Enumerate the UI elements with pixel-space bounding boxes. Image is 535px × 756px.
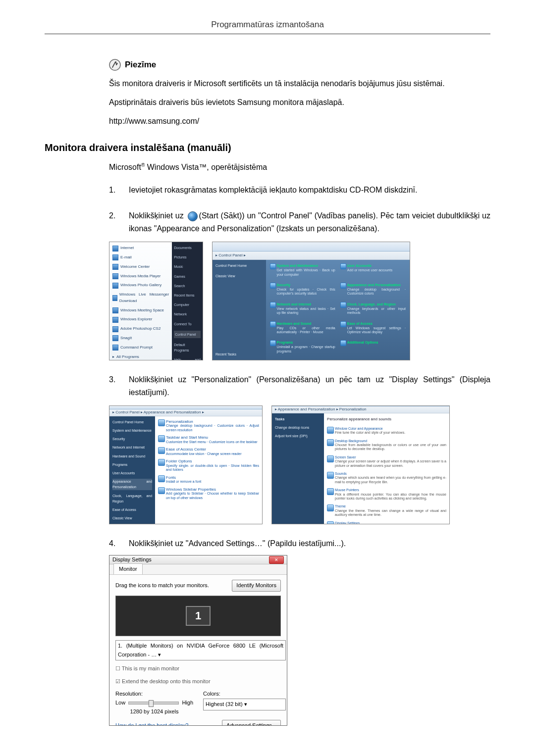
extend-desktop-checkbox[interactable]: ☑ Extend the desktop onto this monitor: [115, 677, 281, 686]
screenshot-control-panel: ▸ Control Panel ▸ Control Panel Home Cla…: [212, 242, 410, 360]
advanced-settings-button[interactable]: Advanced Settings...: [222, 720, 281, 726]
note-block: Piezīme Šis monitora draiveris ir Micros…: [109, 59, 485, 127]
main-monitor-checkbox[interactable]: ☐ This is my main monitor: [115, 664, 281, 673]
monitor-tab[interactable]: Monitor: [113, 563, 143, 575]
note-line-2: Apstiprinātais draiveris būs ievietots S…: [109, 97, 485, 108]
monitor-select[interactable]: 1. (Multiple Monitors) on NVIDIA GeForce…: [115, 640, 286, 660]
colors-select[interactable]: Highest (32 bit) ▾: [203, 699, 286, 710]
dialog-title: Display Settings: [112, 555, 152, 564]
os-line: Microsoft® Windows Vista™, operētājsistē…: [109, 162, 490, 172]
screenshot-start-menu: Internet E-mail Welcome Center Windows M…: [109, 242, 203, 360]
page-header: Programmatūras izmantošana: [45, 20, 490, 34]
note-url: http://www.samsung.com/: [109, 115, 485, 127]
resolution-slider[interactable]: [128, 702, 179, 705]
screenshot-personalization: ▸ Appearance and Personalization ▸ Perso…: [271, 405, 450, 524]
note-icon: [109, 59, 121, 71]
screenshot-appearance: ▸ Control Panel ▸ Appearance and Persona…: [109, 405, 263, 524]
note-line-1: Šis monitora draiveris ir Microsoft sert…: [109, 78, 485, 90]
close-icon[interactable]: ✕: [269, 556, 284, 564]
step-2: Noklikšķiniet uz (Start (Sākt)) un "Cont…: [109, 209, 490, 360]
colors-label: Colors:: [203, 690, 281, 699]
svg-point-0: [109, 59, 120, 70]
help-link[interactable]: How do I get the best display?: [115, 721, 188, 726]
start-orb-icon: [188, 211, 198, 221]
note-label: Piezīme: [125, 60, 156, 70]
header-rule: [45, 34, 490, 34]
screenshot-display-settings: Display Settings ✕ Monitor Drag the icon…: [109, 555, 287, 726]
resolution-value: 1280 by 1024 pixels: [115, 707, 193, 716]
section-title: Monitora draivera instalēšana (manuāli): [45, 142, 490, 153]
drag-label: Drag the icons to match your monitors.: [115, 581, 209, 590]
resolution-label: Resolution:: [115, 690, 193, 699]
step-3: Noklikšķiniet uz "Personalization" (Pers…: [109, 373, 490, 524]
step-4: Noklikšķiniet uz "Advanced Settings…" (P…: [109, 537, 490, 726]
identify-monitors-button[interactable]: Identify Monitors: [232, 580, 281, 592]
step-1: Ievietojiet rokasgrāmatas komplektācijā …: [109, 184, 490, 197]
monitor-preview[interactable]: 1: [115, 596, 281, 636]
monitor-1-icon[interactable]: 1: [186, 606, 211, 626]
